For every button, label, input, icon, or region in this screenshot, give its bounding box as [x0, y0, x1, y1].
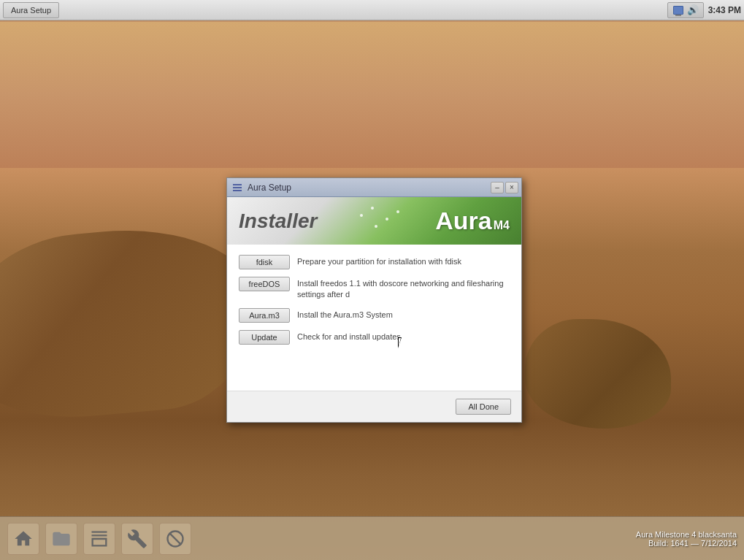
folder-icon — [51, 529, 72, 549]
dialog-menu-icon — [233, 183, 243, 193]
dialog-titlebar-buttons: – × — [491, 182, 518, 193]
dialog-banner: Installer Aura M4 — [227, 197, 521, 245]
auram3-button[interactable]: Aura.m3 — [239, 308, 290, 323]
taskbar-home-button[interactable] — [7, 523, 39, 555]
installer-row-fdisk: fdisk Prepare your partition for install… — [239, 255, 510, 269]
speaker-systray-icon: 🔊 — [687, 5, 699, 15]
taskbar-top-right: 🔊 3:43 PM — [667, 2, 741, 18]
minimize-button[interactable]: – — [491, 182, 504, 193]
window-button[interactable]: Aura Setup — [3, 2, 59, 18]
sparkle-4 — [375, 225, 377, 228]
systray: 🔊 — [667, 2, 704, 18]
freedos-button[interactable]: freeDOS — [239, 277, 290, 291]
dialog-window: Aura Setup – × Installer Aura M4 — [226, 177, 522, 423]
close-button[interactable]: × — [505, 182, 518, 193]
fdisk-button[interactable]: fdisk — [239, 255, 290, 269]
package-icon — [89, 529, 110, 549]
freedos-description: Install freedos 1.1 with doscore network… — [297, 277, 510, 301]
banner-logo: Aura M4 — [435, 207, 510, 235]
taskbar-bottom-icons — [7, 523, 191, 555]
taskbar-package-button[interactable] — [83, 523, 115, 555]
taskbar-bottom: Aura Milestone 4 blacksanta Build: 1641 … — [0, 516, 744, 560]
svg-line-1 — [169, 532, 181, 544]
installer-row-auram3: Aura.m3 Install the Aura.m3 System — [239, 308, 510, 323]
dialog-footer: All Done — [227, 391, 521, 422]
dialog-title: Aura Setup — [248, 183, 291, 193]
monitor-icon — [673, 6, 683, 15]
sparkle-5 — [360, 214, 363, 217]
installer-row-freedos: freeDOS Install freedos 1.1 with doscore… — [239, 277, 510, 301]
dialog-content: fdisk Prepare your partition for install… — [227, 245, 521, 391]
taskbar-system-info: Aura Milestone 4 blacksanta Build: 1641 … — [636, 530, 737, 548]
banner-sparkle — [345, 203, 404, 239]
sparkle-3 — [396, 210, 399, 213]
home-icon — [13, 529, 34, 549]
fdisk-description: Prepare your partition for installation … — [297, 255, 461, 267]
clock: 3:43 PM — [708, 5, 741, 15]
banner-logo-main: Aura — [435, 207, 491, 235]
system-info-line1: Aura Milestone 4 blacksanta — [636, 530, 737, 539]
speaker-icon: 🔊 — [687, 4, 699, 15]
taskbar-lock-button[interactable] — [159, 523, 191, 555]
lock-icon — [165, 529, 185, 549]
sparkle-2 — [386, 218, 388, 220]
installer-row-update: Update Check for and install updates — [239, 330, 510, 345]
taskbar-folder-button[interactable] — [45, 523, 77, 555]
taskbar-top: Aura Setup 🔊 3:43 PM — [0, 0, 744, 20]
wrench-icon — [127, 529, 147, 549]
taskbar-wrench-button[interactable] — [121, 523, 153, 555]
taskbar-top-left: Aura Setup — [3, 2, 59, 18]
banner-logo-super: M4 — [494, 219, 510, 232]
all-done-button[interactable]: All Done — [456, 399, 511, 415]
sparkle-1 — [371, 207, 374, 210]
system-info-line2: Build: 1641 — 7/12/2014 — [636, 539, 737, 548]
update-description: Check for and install updates — [297, 330, 401, 342]
update-button[interactable]: Update — [239, 330, 290, 345]
dialog-titlebar-left: Aura Setup — [233, 183, 291, 193]
dialog-titlebar: Aura Setup – × — [227, 178, 521, 197]
banner-installer-label: Installer — [239, 210, 317, 233]
monitor-systray-icon — [672, 5, 684, 15]
auram3-description: Install the Aura.m3 System — [297, 308, 393, 321]
